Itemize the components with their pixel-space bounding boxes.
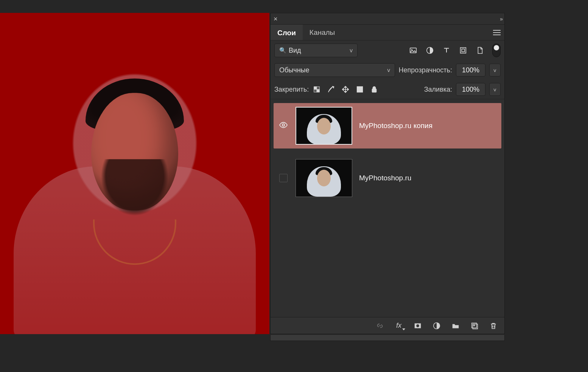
delete-layer-icon[interactable] (489, 322, 498, 330)
lock-label: Закрепить: (274, 86, 309, 94)
layer-filter-type-select[interactable]: 🔍 Вид ⅴ (274, 44, 358, 57)
filter-type-label: Вид (289, 47, 301, 55)
layer-thumbnail[interactable] (296, 159, 352, 197)
svg-rect-4 (462, 49, 464, 52)
layers-footer: fx (271, 317, 504, 334)
layer-name[interactable]: MyPhotoshop.ru (359, 174, 411, 182)
blend-mode-value: Обычные (279, 66, 310, 74)
svg-rect-8 (314, 89, 317, 92)
lock-all-icon[interactable] (370, 85, 378, 94)
add-adjustment-icon[interactable] (432, 322, 441, 330)
tab-layers[interactable]: Слои (271, 25, 303, 40)
panel-titlebar: × » (271, 13, 504, 25)
svg-rect-5 (314, 87, 317, 89)
visibility-empty-icon[interactable] (279, 174, 288, 182)
collapse-icon[interactable]: » (500, 16, 501, 22)
chevron-down-icon: ⅴ (387, 67, 390, 73)
blend-row: Обычные ⅴ Непрозрачность: 100% ⅴ (271, 60, 504, 80)
layer-row[interactable]: MyPhotoshop.ru (274, 155, 501, 201)
lock-position-icon[interactable] (341, 85, 350, 94)
close-icon[interactable]: × (274, 16, 278, 22)
blend-mode-select[interactable]: Обычные ⅴ (274, 63, 395, 77)
layer-name[interactable]: MyPhotoshop.ru копия (359, 122, 432, 130)
filter-pixel-icon[interactable] (409, 46, 417, 55)
document-canvas[interactable] (0, 13, 269, 334)
lock-artboard-icon[interactable] (356, 85, 364, 94)
svg-rect-0 (410, 48, 417, 53)
new-group-icon[interactable] (451, 322, 460, 330)
chevron-down-icon: ⅴ (350, 47, 353, 53)
fx-icon: fx (396, 322, 401, 330)
lock-transparency-icon[interactable] (313, 85, 321, 94)
panel-menu-button[interactable] (489, 25, 504, 40)
workspace: × » Слои Каналы 🔍 Вид ⅴ (0, 0, 588, 372)
lock-row: Закрепить: Заливка: 100% ⅴ (271, 80, 504, 99)
layer-effects-button[interactable]: fx (395, 322, 403, 330)
opacity-input[interactable]: 100% (456, 64, 485, 77)
fill-label: Заливка: (424, 86, 452, 94)
opacity-label: Непрозрачность: (399, 66, 452, 74)
opacity-chevron[interactable]: ⅴ (489, 64, 501, 77)
add-mask-icon[interactable] (414, 322, 422, 330)
svg-point-12 (282, 124, 285, 126)
layers-panel: × » Слои Каналы 🔍 Вид ⅴ (270, 13, 505, 334)
layer-thumbnail[interactable] (296, 107, 352, 145)
tab-channels[interactable]: Каналы (303, 25, 342, 40)
filter-toggle[interactable] (492, 44, 501, 57)
layers-list: MyPhotoshop.ru копия MyPhotoshop.ru (271, 99, 504, 317)
filter-adjustment-icon[interactable] (426, 46, 434, 55)
filter-shape-icon[interactable] (459, 46, 467, 55)
filter-row: 🔍 Вид ⅴ (271, 41, 504, 60)
filter-type-icon[interactable] (442, 46, 451, 55)
search-icon: 🔍 (279, 47, 286, 54)
layer-row[interactable]: MyPhotoshop.ru копия (274, 103, 501, 148)
fill-input[interactable]: 100% (456, 83, 485, 96)
hamburger-icon (493, 32, 501, 33)
panel-tabs: Слои Каналы (271, 25, 504, 41)
new-layer-icon[interactable] (470, 322, 479, 330)
lock-pixels-icon[interactable] (327, 85, 335, 94)
svg-rect-3 (460, 48, 466, 53)
svg-rect-7 (317, 87, 319, 89)
panel-resize-strip[interactable] (270, 335, 505, 341)
svg-rect-6 (317, 89, 319, 92)
fill-chevron[interactable]: ⅴ (489, 83, 501, 96)
link-layers-icon[interactable] (376, 322, 384, 330)
filter-smartobject-icon[interactable] (476, 46, 484, 55)
svg-rect-10 (359, 88, 361, 91)
svg-rect-11 (372, 89, 376, 92)
quick-mask-overlay (0, 13, 269, 334)
visibility-eye-icon[interactable] (279, 120, 288, 131)
svg-point-14 (416, 324, 419, 327)
